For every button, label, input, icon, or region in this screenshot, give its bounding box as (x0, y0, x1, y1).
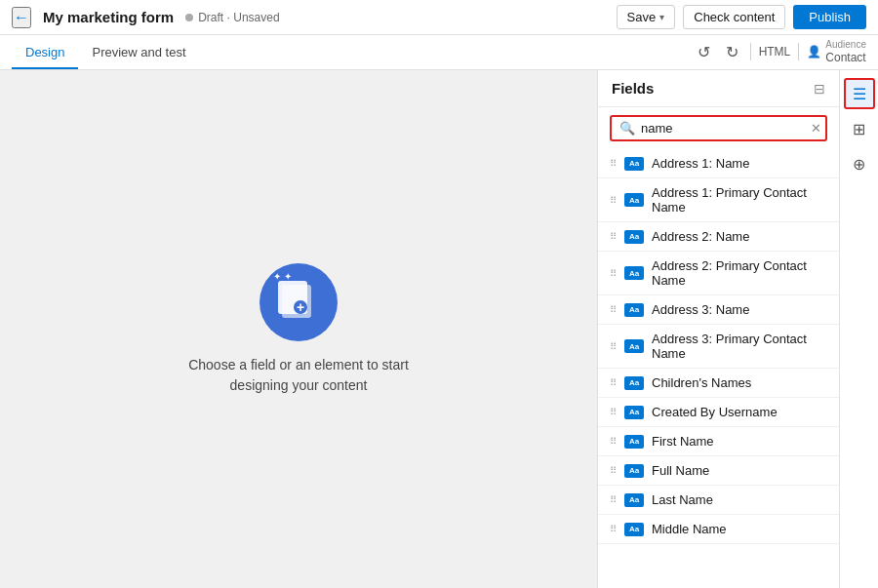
field-type-icon: Aa (624, 266, 644, 280)
canvas-text-line1: Choose a field or an element to start (188, 355, 409, 375)
drag-handle-icon: ⠿ (610, 341, 617, 352)
add-element-button[interactable]: ⊞ (844, 113, 875, 144)
status-dot-icon (185, 14, 193, 21)
check-label: Check content (694, 10, 775, 24)
undo-button[interactable]: ↺ (694, 41, 714, 63)
field-item-label: Full Name (652, 463, 709, 478)
drag-handle-icon: ⠿ (610, 195, 617, 206)
field-type-icon: Aa (624, 303, 644, 317)
fields-title: Fields (612, 80, 654, 97)
drag-handle-icon: ⠿ (610, 524, 617, 534)
add-icon: ⊞ (853, 120, 865, 138)
subnav-divider-2 (798, 43, 799, 60)
fields-list-icon: ☰ (853, 85, 866, 103)
status-text: Draft · Unsaved (198, 11, 279, 24)
drag-handle-icon: ⠿ (610, 407, 617, 417)
canvas-placeholder-icon: ✦ ✦ + (259, 263, 338, 341)
page-title: My marketing form (43, 9, 174, 25)
audience-icon: 👤 (807, 45, 821, 59)
field-type-icon: Aa (624, 230, 644, 244)
canvas-area: ✦ ✦ + Choose a field or an element to st… (0, 70, 597, 588)
check-content-button[interactable]: Check content (683, 5, 785, 29)
audience-value: Contact (825, 51, 866, 64)
search-container: 🔍 ✕ (598, 107, 839, 149)
save-chevron-icon: ▾ (659, 12, 664, 22)
pages-icon: + (278, 281, 319, 324)
html-label: HTML (759, 45, 791, 59)
back-icon: ← (14, 9, 29, 26)
search-icon: 🔍 (619, 121, 635, 136)
list-item[interactable]: ⠿ Aa Full Name (598, 456, 839, 486)
field-type-icon: Aa (624, 157, 644, 171)
drag-handle-icon: ⠿ (610, 377, 617, 388)
field-item-label: Last Name (652, 492, 713, 507)
field-item-label: Address 2: Primary Contact Name (652, 258, 827, 288)
list-item[interactable]: ⠿ Aa First Name (598, 427, 839, 456)
field-item-label: Children's Names (652, 375, 751, 390)
list-item[interactable]: ⠿ Aa Last Name (598, 486, 839, 515)
tab-design[interactable]: Design (12, 37, 78, 69)
field-item-label: Address 1: Name (652, 156, 749, 171)
audience-sublabel: Audience (825, 39, 866, 51)
grid-icon: ⊟ (814, 81, 825, 97)
list-item[interactable]: ⠿ Aa Address 3: Name (598, 295, 839, 325)
list-item[interactable]: ⠿ Aa Address 2: Name (598, 222, 839, 252)
fields-panel: Fields ⊟ 🔍 ✕ ⠿ Aa Address 1: Name ⠿ Aa A… (597, 70, 839, 588)
topbar: ← My marketing form Draft · Unsaved Save… (0, 0, 878, 35)
field-type-icon: Aa (624, 493, 644, 507)
list-item[interactable]: ⠿ Aa Address 1: Name (598, 149, 839, 178)
page-front: + (278, 281, 307, 314)
field-type-icon: Aa (624, 339, 644, 353)
field-type-icon: Aa (624, 523, 644, 536)
add-plus-icon: + (294, 300, 307, 314)
html-button[interactable]: HTML (759, 45, 791, 59)
list-item[interactable]: ⠿ Aa Address 3: Primary Contact Name (598, 325, 839, 369)
audience-selector[interactable]: 👤 Audience Contact (807, 39, 866, 64)
right-panel: Fields ⊟ 🔍 ✕ ⠿ Aa Address 1: Name ⠿ Aa A… (597, 70, 878, 588)
field-item-label: Address 3: Name (652, 302, 749, 317)
list-item[interactable]: ⠿ Aa Address 1: Primary Contact Name (598, 178, 839, 222)
field-item-label: First Name (652, 434, 714, 449)
subnav-tools: ↺ ↻ HTML 👤 Audience Contact (694, 39, 866, 64)
field-item-label: Middle Name (652, 522, 727, 536)
save-label: Save (627, 10, 657, 24)
fields-panel-toggle[interactable]: ☰ (844, 78, 875, 109)
search-clear-button[interactable]: ✕ (811, 121, 821, 136)
publish-button[interactable]: Publish (793, 5, 866, 29)
save-button[interactable]: Save ▾ (617, 5, 676, 29)
side-icons-panel: ☰ ⊞ ⊕ (839, 70, 878, 588)
search-box: 🔍 ✕ (610, 115, 827, 141)
field-item-label: Address 2: Name (652, 229, 749, 244)
publish-label: Publish (809, 10, 851, 24)
canvas-empty-text: Choose a field or an element to start de… (188, 355, 409, 396)
list-item[interactable]: ⠿ Aa Middle Name (598, 515, 839, 544)
list-item[interactable]: ⠿ Aa Created By Username (598, 398, 839, 427)
field-type-icon: Aa (624, 406, 644, 419)
field-type-icon: Aa (624, 193, 644, 207)
field-item-label: Address 1: Primary Contact Name (652, 185, 827, 215)
drag-handle-icon: ⠿ (610, 494, 617, 505)
topbar-actions: Save ▾ Check content Publish (617, 5, 866, 29)
subnav-divider (750, 43, 751, 60)
field-type-icon: Aa (624, 376, 644, 390)
field-item-label: Address 3: Primary Contact Name (652, 332, 827, 361)
subnav: Design Preview and test ↺ ↻ HTML 👤 Audie… (0, 35, 878, 70)
tab-preview[interactable]: Preview and test (78, 37, 199, 69)
drag-handle-icon: ⠿ (610, 231, 617, 242)
back-button[interactable]: ← (12, 7, 31, 28)
fields-header: Fields ⊟ (598, 70, 839, 107)
layers-button[interactable]: ⊕ (844, 148, 875, 179)
list-item[interactable]: ⠿ Aa Children's Names (598, 369, 839, 398)
redo-button[interactable]: ↻ (722, 41, 742, 63)
field-item-label: Created By Username (652, 405, 778, 419)
drag-handle-icon: ⠿ (610, 465, 617, 476)
drag-handle-icon: ⠿ (610, 304, 617, 315)
main-layout: ✦ ✦ + Choose a field or an element to st… (0, 70, 878, 588)
search-input[interactable] (641, 121, 805, 136)
drag-handle-icon: ⠿ (610, 158, 617, 169)
drag-handle-icon: ⠿ (610, 268, 617, 279)
fields-list: ⠿ Aa Address 1: Name ⠿ Aa Address 1: Pri… (598, 149, 839, 588)
redo-icon: ↻ (726, 44, 738, 60)
field-type-icon: Aa (624, 464, 644, 478)
list-item[interactable]: ⠿ Aa Address 2: Primary Contact Name (598, 252, 839, 295)
